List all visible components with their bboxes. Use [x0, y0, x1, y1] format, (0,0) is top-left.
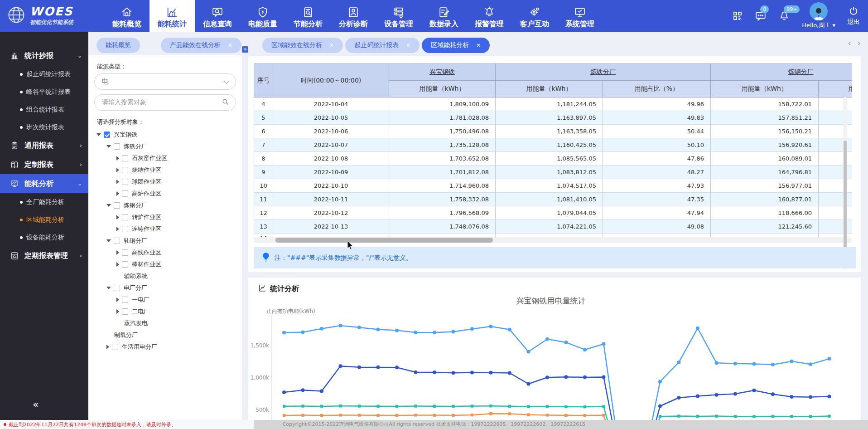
nav-item-9[interactable]: 报警管理 — [467, 0, 512, 32]
col-group-3[interactable]: 炼钢分厂 — [711, 64, 852, 81]
sidebar-group-2[interactable]: 通用报表› — [0, 136, 88, 155]
search-input[interactable]: 请输入搜索对象 — [94, 94, 236, 111]
checkbox[interactable] — [114, 238, 120, 244]
checkbox[interactable] — [112, 344, 118, 350]
tree-node-6[interactable]: 高炉作业区 — [88, 188, 242, 200]
notifications-bell-icon[interactable]: 99+ — [778, 10, 790, 22]
table-vertical-scrollbar[interactable] — [843, 97, 847, 269]
tab-3[interactable]: 区域能效在线分析✕ — [262, 38, 343, 53]
tree-node-8[interactable]: 转炉作业区 — [88, 211, 242, 223]
close-icon[interactable]: ✕ — [406, 42, 410, 49]
checkbox[interactable] — [122, 297, 128, 303]
tree-node-1[interactable]: 兴宝钢铁 — [88, 129, 242, 141]
tab-1[interactable]: 能耗概览 — [96, 38, 140, 53]
tree-node-18[interactable]: 制氧分厂 — [88, 329, 242, 341]
tree-node-7[interactable]: 炼钢分厂 — [88, 200, 242, 211]
tree-node-4[interactable]: 烧结作业区 — [88, 164, 242, 176]
tree-collapse-icon[interactable] — [116, 262, 119, 267]
tree-expand-icon[interactable] — [106, 204, 111, 207]
sidebar-item-4-3[interactable]: 设备能耗分析 — [0, 229, 88, 246]
tree-node-5[interactable]: 球团作业区 — [88, 176, 242, 188]
tree-collapse-icon[interactable] — [116, 191, 119, 196]
tree-collapse-icon[interactable] — [116, 297, 119, 302]
tree-node-2[interactable]: 炼铁分厂 — [88, 141, 242, 152]
tab-5[interactable]: 区域能耗分析✕ — [422, 38, 490, 53]
tree-expand-icon[interactable] — [106, 287, 111, 289]
nav-item-1[interactable]: 能耗概览 — [104, 0, 149, 32]
tabs-scroll-left-icon[interactable]: ‹ — [848, 38, 851, 48]
checkbox[interactable] — [122, 167, 128, 173]
checkbox-checked[interactable] — [104, 132, 110, 138]
close-icon[interactable]: ✕ — [476, 42, 481, 49]
tree-node-13[interactable]: 辅助系统 — [88, 270, 242, 282]
sidebar-group-4[interactable]: 能耗分析⌄ — [0, 174, 88, 193]
tree-collapse-icon[interactable] — [116, 215, 119, 219]
tree-collapse-icon[interactable] — [116, 168, 119, 172]
checkbox[interactable] — [122, 179, 128, 185]
sidebar-group-5[interactable]: 定期报表管理› — [0, 246, 88, 265]
tree-node-10[interactable]: 轧钢分厂 — [88, 235, 242, 247]
col-group-2[interactable]: 炼铁分厂 — [496, 64, 711, 81]
tree-node-17[interactable]: 蒸汽发电 — [88, 317, 242, 329]
checkbox[interactable] — [122, 226, 128, 232]
nav-item-8[interactable]: 数据录入 — [421, 0, 467, 32]
checkbox[interactable] — [122, 261, 128, 268]
user-menu[interactable]: Hello,周工 ▾ — [802, 2, 835, 29]
sidebar-item-1-4[interactable]: 班次统计报表 — [0, 118, 88, 136]
tree-node-3[interactable]: 石灰窑作业区 — [88, 152, 242, 164]
checkbox[interactable] — [122, 214, 128, 220]
tree-collapse-icon[interactable] — [116, 250, 119, 255]
nav-item-6[interactable]: 分析诊断 — [331, 0, 376, 32]
table-horizontal-scrollbar[interactable] — [254, 237, 852, 243]
checkbox[interactable] — [122, 190, 128, 197]
tree-collapse-icon[interactable] — [116, 309, 119, 314]
panel-collapse-icon[interactable]: ≡ — [242, 46, 248, 53]
nav-item-5[interactable]: 节能分析 — [285, 0, 331, 32]
checkbox[interactable] — [114, 143, 120, 150]
tab-2[interactable]: 产品能效在线分析✕ — [161, 38, 241, 53]
sidebar-collapse-button[interactable]: « — [33, 399, 37, 410]
nav-item-11[interactable]: 系统管理 — [557, 0, 603, 32]
checkbox[interactable] — [122, 155, 128, 161]
close-icon[interactable]: ✕ — [228, 42, 232, 49]
nav-item-3[interactable]: 信息查询 — [195, 0, 240, 32]
tree-node-19[interactable]: 生活用电分厂 — [88, 341, 242, 353]
sidebar-group-1[interactable]: 统计抄报⌄ — [0, 46, 88, 65]
qr-code-icon[interactable] — [732, 10, 743, 21]
nav-item-10[interactable]: 客户互动 — [512, 0, 557, 32]
logout-button[interactable]: 退出 — [847, 6, 860, 26]
tree-expand-icon[interactable] — [106, 145, 111, 148]
tree-collapse-icon[interactable] — [106, 345, 109, 349]
sidebar-item-1-3[interactable]: 组合统计报表 — [0, 101, 88, 118]
tree-expand-icon[interactable] — [96, 133, 101, 136]
tree-collapse-icon[interactable] — [116, 227, 119, 231]
tree-expand-icon[interactable] — [106, 239, 111, 242]
sidebar-item-4-2[interactable]: 区域能耗分析 — [0, 211, 88, 229]
tree-collapse-icon[interactable] — [116, 156, 119, 161]
tab-4[interactable]: 起止码统计报表✕ — [345, 38, 420, 53]
col-group-1[interactable]: 兴宝钢铁 — [389, 64, 496, 81]
tree-node-15[interactable]: 一电厂 — [88, 294, 242, 306]
checkbox[interactable] — [122, 308, 128, 315]
tree-node-12[interactable]: 棒材作业区 — [88, 258, 242, 270]
tree-node-9[interactable]: 连铸作业区 — [88, 223, 242, 235]
close-icon[interactable]: ✕ — [329, 42, 334, 49]
checkbox[interactable] — [114, 285, 120, 291]
nav-item-7[interactable]: 设备管理 — [376, 0, 421, 32]
sidebar-item-1-1[interactable]: 起止码统计报表 — [0, 65, 88, 83]
tree-collapse-icon[interactable] — [116, 180, 119, 184]
nav-item-4[interactable]: 电能质量 — [240, 0, 285, 32]
tabs-scroll-right-icon[interactable]: › — [858, 38, 861, 48]
energy-type-select[interactable]: 电 — [94, 73, 236, 90]
line-chart[interactable] — [248, 315, 861, 420]
sidebar-item-4-1[interactable]: 全厂能耗分析 — [0, 193, 88, 211]
tree-node-14[interactable]: 电厂分厂 — [88, 282, 242, 294]
checkbox[interactable] — [114, 202, 120, 209]
tree-node-16[interactable]: 二电厂 — [88, 306, 242, 317]
sidebar-group-3[interactable]: 定制报表› — [0, 155, 88, 174]
nav-item-2[interactable]: 能耗统计 — [149, 0, 195, 32]
sidebar-item-1-2[interactable]: 峰谷平统计报表 — [0, 83, 88, 101]
messages-icon[interactable]: 0 — [755, 10, 767, 22]
checkbox[interactable] — [122, 249, 128, 256]
tree-node-11[interactable]: 高线作业区 — [88, 247, 242, 258]
